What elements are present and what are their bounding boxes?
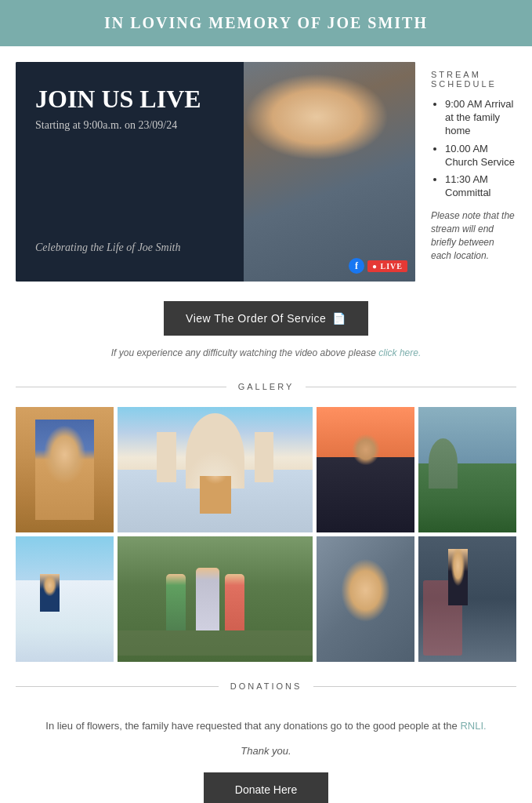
stream-section: JOIN US LIVE Starting at 9:00a.m. on 23/… (0, 46, 532, 282)
order-button-area: View The Order Of Service 📄 (0, 282, 532, 340)
gallery-row-2 (16, 536, 516, 662)
live-indicator: ● LIVE (367, 260, 407, 272)
document-icon: 📄 (332, 312, 346, 325)
facebook-icon: f (349, 258, 364, 274)
starting-at: Starting at 9:00a.m. on 23/09/24 (35, 119, 396, 132)
celebrating-text: Celebrating the Life of Joe Smith (35, 242, 180, 254)
donations-section: In lieu of flowers, the family have requ… (0, 699, 532, 803)
gallery-photo-race[interactable] (118, 536, 313, 662)
join-us-title: JOIN US LIVE (35, 85, 396, 113)
schedule-title: STREAM SCHEDULE (431, 70, 516, 89)
schedule-note: Please note that the stream will end bri… (431, 209, 516, 262)
gallery-divider: GALLERY (0, 382, 532, 391)
thank-you-text: Thank you. (16, 739, 516, 768)
gallery-photo-taj[interactable] (118, 407, 313, 532)
gallery-photo-nature[interactable] (418, 407, 516, 532)
donate-button-area: Donate Here (16, 768, 516, 803)
gallery-photo-stadium[interactable] (418, 536, 516, 662)
donations-text: In lieu of flowers, the family have requ… (16, 707, 516, 739)
schedule-item-1: 9:00 AM Arrival at the family home (445, 98, 516, 138)
gallery-row-1 (16, 407, 516, 532)
schedule-section: STREAM SCHEDULE 9:00 AM Arrival at the f… (431, 62, 516, 262)
difficulty-message: If you experience any difficulty watchin… (0, 340, 532, 374)
gallery-photo-car[interactable] (317, 536, 414, 662)
gallery-photo-ski[interactable] (16, 536, 114, 662)
schedule-item-3: 11:30 AM Committal (445, 173, 516, 200)
header: IN LOVING MEMORY OF JOE SMITH (0, 0, 532, 46)
click-here-link[interactable]: click here. (378, 347, 421, 358)
order-button-label: View The Order Of Service (186, 312, 326, 325)
schedule-item-2: 10.00 AM Church Service (445, 143, 516, 169)
gallery-photo-uniform[interactable] (317, 407, 414, 532)
donations-line-left (16, 686, 219, 687)
divider-line-left (16, 387, 226, 387)
gallery-photo-child[interactable] (16, 407, 114, 532)
donate-button[interactable]: Donate Here (204, 772, 328, 803)
order-of-service-button[interactable]: View The Order Of Service 📄 (164, 301, 368, 336)
gallery-label: GALLERY (238, 382, 295, 391)
stream-video: JOIN US LIVE Starting at 9:00a.m. on 23/… (16, 62, 415, 282)
schedule-list: 9:00 AM Arrival at the family home 10.00… (431, 98, 516, 200)
live-badge: f ● LIVE (349, 258, 407, 274)
stream-text: JOIN US LIVE Starting at 9:00a.m. on 23/… (35, 85, 396, 132)
gallery-section (0, 399, 532, 674)
donations-label: DONATIONS (230, 681, 302, 691)
divider-line-right (306, 387, 516, 387)
donations-divider: DONATIONS (0, 681, 532, 691)
rnli-link[interactable]: RNLI. (460, 720, 486, 732)
page-title: IN LOVING MEMORY OF JOE SMITH (16, 14, 516, 32)
donations-line-right (313, 686, 516, 687)
